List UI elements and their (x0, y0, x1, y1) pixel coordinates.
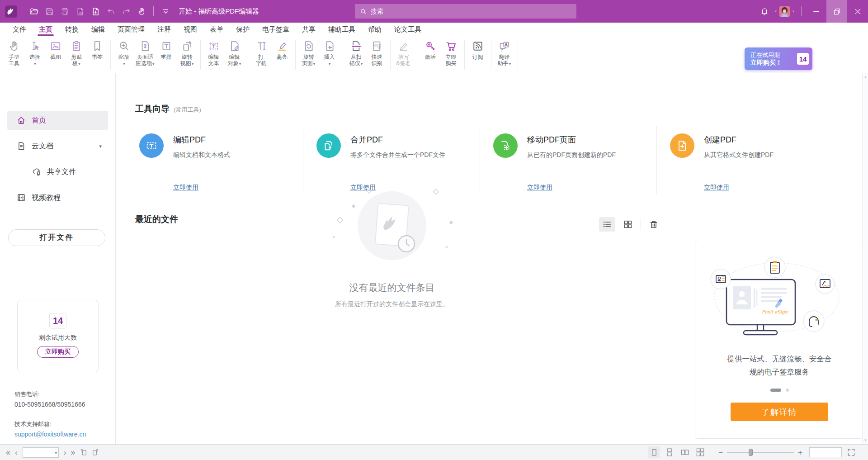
collapse-ribbon-button[interactable] (158, 4, 173, 19)
minimize-button[interactable] (806, 0, 826, 23)
menu-item[interactable]: 编辑 (85, 23, 111, 36)
menu-item[interactable]: 共享 (296, 23, 322, 36)
ribbon-tool[interactable]: 订阅 (467, 39, 488, 60)
ribbon-tool[interactable]: OCR 快速 识别 (367, 39, 387, 66)
first-page-button[interactable]: « (4, 448, 13, 456)
use-now-link[interactable]: 立即使用 (173, 184, 198, 192)
tool-card[interactable]: 合并PDF 将多个文件合并生成一个PDF文件 立即使用 (303, 126, 480, 194)
open-file-button[interactable]: 打开文件 (8, 229, 105, 246)
menu-item[interactable]: 转换 (59, 23, 85, 36)
ribbon-tool[interactable]: 高亮 (272, 39, 292, 60)
new-document-button[interactable] (88, 4, 103, 19)
page-number-input[interactable] (23, 447, 59, 458)
open-button[interactable] (26, 4, 42, 19)
clear-recent-button[interactable] (646, 217, 662, 232)
search-input[interactable] (371, 8, 572, 15)
export-page-button[interactable] (72, 4, 88, 19)
sidebar-item[interactable]: 云文档 ▾ (7, 137, 108, 156)
ribbon-tool[interactable]: 页面适 应选项 (134, 39, 156, 67)
learn-more-button[interactable]: 了解详情 (731, 403, 828, 421)
menu-item[interactable]: 注释 (151, 23, 177, 36)
sidebar-item[interactable]: 首页 ▾ (7, 111, 108, 130)
grid-view-button[interactable] (620, 217, 636, 232)
carousel-dot-active[interactable] (770, 389, 781, 392)
ribbon-tool[interactable]: 打 字机 (251, 39, 272, 66)
next-page-button[interactable]: › (61, 449, 69, 456)
user-avatar[interactable] (779, 6, 790, 17)
save-button[interactable] (42, 4, 57, 19)
facing-view-button[interactable] (679, 446, 691, 458)
ribbon-tool[interactable]: 翻译 助手 (494, 39, 515, 67)
ribbon-tool[interactable]: 重排 (156, 39, 177, 60)
prev-page-button[interactable]: ‹ (13, 449, 20, 456)
search-box[interactable] (355, 4, 576, 19)
account-caret-icon[interactable] (790, 0, 797, 23)
sidebar-item[interactable]: 共享文件 ▾ (7, 162, 108, 181)
menu-item[interactable]: 保护 (230, 23, 256, 36)
fullscreen-button[interactable] (845, 446, 857, 458)
foxit-logo-icon[interactable] (5, 5, 18, 18)
ribbon-tool[interactable]: 书签 (87, 39, 108, 60)
tool-label-line1: 快速 (368, 54, 386, 60)
expand-caret-icon[interactable]: ▾ (99, 143, 102, 149)
list-view-button[interactable] (599, 217, 615, 232)
menu-item[interactable]: 视图 (177, 23, 203, 36)
use-now-link[interactable]: 立即使用 (527, 184, 552, 192)
ribbon-tool[interactable]: 剪贴 板 (66, 39, 87, 67)
rotate-left-button[interactable] (78, 447, 89, 458)
scroll-down-icon[interactable]: ▼ (863, 438, 868, 442)
print-button[interactable] (57, 4, 72, 19)
use-now-link[interactable]: 立即使用 (704, 184, 729, 192)
ribbon-tool[interactable]: 截图 (45, 39, 66, 60)
single-page-view-button[interactable] (648, 446, 660, 458)
ribbon-tool[interactable]: 插入 (319, 39, 340, 67)
tool-card[interactable]: 创建PDF 从其它格式文件创建PDF 立即使用 (656, 126, 833, 194)
sidebar-item[interactable]: 视频教程 ▾ (7, 188, 108, 207)
buy-now-button[interactable]: 立即购买 (37, 346, 79, 358)
menu-item[interactable]: 辅助工具 (322, 23, 362, 36)
undo-button[interactable] (103, 4, 118, 19)
menu-item[interactable]: 页面管理 (111, 23, 151, 36)
ribbon-tool[interactable]: 编辑 对象 (224, 39, 245, 67)
menu-item[interactable]: 文件 (6, 23, 33, 36)
menu-item[interactable]: 表单 (203, 23, 230, 36)
tool-card[interactable]: 编辑PDF 编辑文档和文本格式 立即使用 (126, 126, 303, 194)
ribbon-tool[interactable]: 填写 &签名 (393, 39, 414, 66)
continuous-view-button[interactable] (664, 446, 675, 458)
menu-item[interactable]: 主页 (33, 23, 59, 36)
zoom-value-box[interactable] (809, 447, 842, 457)
scroll-up-icon[interactable]: ▲ (863, 75, 868, 79)
notifications-button[interactable] (757, 0, 772, 23)
ribbon-tool[interactable]: 从扫 描仪 (346, 39, 367, 67)
hand-tool-quick-button[interactable] (134, 4, 149, 19)
titlebar-divider (153, 6, 154, 16)
menu-item-label: 电子签章 (262, 25, 289, 34)
tool-card[interactable]: 移动PDF页面 从已有的PDF页面创建新的PDF 立即使用 (480, 126, 656, 194)
notifications-caret-icon[interactable] (772, 0, 779, 23)
ribbon-tool[interactable]: 激活 (420, 39, 441, 60)
menu-item[interactable]: 帮助 (362, 23, 388, 36)
content-scrollbar[interactable]: ▲ ▼ (862, 73, 868, 444)
ribbon-tool[interactable]: 手型 工具 (4, 39, 24, 66)
ribbon-tool[interactable]: 选择 (24, 39, 45, 67)
rotate-right-button[interactable] (90, 447, 101, 458)
zoom-slider[interactable] (727, 447, 794, 458)
ribbon-tool[interactable]: 立即 购买 (441, 39, 462, 66)
ribbon-tool[interactable]: 旋转 视图 (177, 39, 198, 67)
last-page-button[interactable]: » (68, 448, 77, 456)
zoom-out-button[interactable]: − (716, 449, 725, 456)
redo-button[interactable] (118, 4, 134, 19)
continuous-facing-view-button[interactable] (694, 446, 706, 458)
zoom-slider-thumb[interactable] (749, 449, 753, 456)
ribbon-tool[interactable]: 缩放 (113, 39, 134, 67)
support-email-link[interactable]: support@foxitsoftware.cn (14, 431, 86, 438)
ribbon-tool[interactable]: 编辑 文本 (203, 39, 224, 66)
restore-button[interactable] (826, 0, 847, 23)
carousel-dot[interactable] (786, 389, 789, 392)
ribbon-tool[interactable]: 旋转 页面 (298, 39, 319, 67)
menu-item[interactable]: 电子签章 (256, 23, 296, 36)
menu-item[interactable]: 论文工具 (388, 23, 428, 36)
close-button[interactable] (847, 0, 868, 23)
zoom-in-button[interactable]: + (796, 449, 805, 456)
trial-banner[interactable]: 正在试用期 立即购买！ 14 (745, 47, 812, 70)
